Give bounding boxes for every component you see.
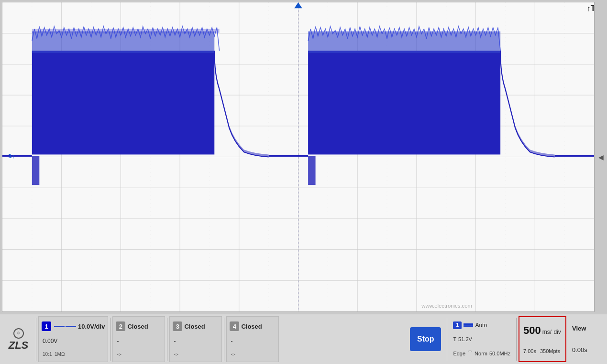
ch4-num: 4: [233, 323, 236, 330]
status-bar: ® ZLS 1 10.0V/div 0.00V 10:1: [0, 314, 607, 364]
time-unit-div: div: [554, 329, 561, 335]
ch2-status-label: Closed: [127, 323, 148, 330]
ch-indicator: 1 Auto: [453, 321, 510, 329]
view-value: 0.00s: [572, 346, 600, 353]
screen-area: ↑T 1↑ www.electronics.com ◀: [0, 0, 607, 314]
svg-rect-41: [32, 156, 39, 185]
time-div-section[interactable]: 500 ms/ div 7.00s 350Mpts: [519, 316, 566, 362]
t-value: 51.2V: [458, 336, 472, 342]
mpts-value: 350Mpts: [540, 348, 560, 354]
time-main-display: 500 ms/ div: [523, 324, 562, 337]
trigger-ch-num: 1: [456, 322, 459, 328]
auto-label: Auto: [475, 322, 487, 329]
waveform-canvas: ↑T 1↑ www.electronics.com: [2, 2, 594, 311]
oscilloscope-screen: ↑T 1↑ www.electronics.com: [2, 2, 594, 311]
svg-text:www.electronics.com: www.electronics.com: [421, 303, 472, 309]
ch4-detail1: -: [230, 338, 276, 344]
channel-4-block[interactable]: 4 Closed - -:-: [226, 316, 279, 362]
logo-section: ® ZLS: [3, 316, 34, 362]
channel-1-block[interactable]: 1 10.0V/div 0.00V 10:1 1MΩ: [38, 316, 108, 362]
time-unit-ms: ms/: [542, 329, 552, 335]
logo-text: ZLS: [9, 340, 29, 351]
ch1-probe-detail: 10:1 1MΩ: [42, 352, 105, 357]
time-value: 500: [523, 324, 541, 337]
ch-line-icons: [464, 323, 473, 327]
oscilloscope-display: ↑T 1↑ www.electronics.com ◀ ® ZLS: [0, 0, 607, 364]
sep3: [167, 318, 167, 361]
ch4-badge: 4: [230, 321, 239, 331]
channel-3-block[interactable]: 3 Closed - -:-: [169, 316, 222, 362]
ch2-num: 2: [119, 323, 122, 330]
ch1-header: 1 10.0V/div: [42, 321, 105, 331]
ch1-num: 1: [44, 323, 48, 330]
channel-2-block[interactable]: 2 Closed - -:-: [112, 316, 165, 362]
logo-badge: ®: [13, 328, 24, 339]
ch3-status-label: Closed: [184, 323, 205, 330]
trigger-t-row: T 51.2V: [453, 336, 510, 342]
ch1-badge: 1: [42, 321, 51, 331]
ch3-badge: 3: [173, 321, 182, 331]
time-unit-group: ms/ div: [542, 327, 561, 336]
screen-wrapper: ↑T 1↑ www.electronics.com: [2, 2, 595, 312]
sep1: [36, 318, 36, 361]
svg-text:1↑: 1↑: [8, 152, 15, 160]
norm-label: Norm: [475, 351, 487, 356]
stop-button[interactable]: Stop: [410, 327, 441, 351]
stop-section: Stop: [406, 316, 445, 362]
svg-rect-35: [32, 51, 214, 154]
ch2-badge: 2: [116, 321, 125, 331]
expand-arrow-icon[interactable]: ◀: [598, 153, 604, 161]
ch3-num: 3: [176, 323, 179, 330]
total-time-value: 7.00s: [523, 348, 536, 354]
t-label: T: [453, 336, 456, 342]
logo-registered: ®: [17, 331, 20, 335]
svg-text:↑T: ↑T: [587, 4, 594, 12]
freq-label: 50.0MHz: [489, 351, 510, 356]
edge-symbol: ⌒: [467, 350, 473, 357]
ch4-status-label: Closed: [241, 323, 262, 330]
trigger-edge-row: Edge ⌒ Norm 50.0MHz: [453, 350, 510, 357]
right-sidebar[interactable]: ◀: [596, 2, 605, 312]
ch3-detail1: -: [173, 338, 219, 344]
sep4: [224, 318, 224, 361]
ch4-header: 4 Closed: [230, 321, 276, 331]
ch3-header: 3 Closed: [173, 321, 219, 331]
sep6: [516, 318, 517, 361]
ch-line-top: [464, 323, 473, 325]
trigger-ch-box: 1: [453, 321, 462, 329]
ch-line-bottom: [464, 325, 473, 327]
trigger-section: 1 Auto T 51.2V Edge ⌒ Norm 50.0MHz: [449, 316, 514, 362]
ch4-detail2: -:-: [230, 352, 276, 357]
svg-rect-42: [308, 156, 315, 185]
ch2-detail2: -:-: [116, 352, 162, 357]
svg-rect-36: [32, 32, 214, 53]
ch3-detail2: -:-: [173, 352, 219, 357]
view-label: View: [572, 325, 600, 332]
ch1-offset-value: 0.00V: [42, 338, 105, 344]
ch2-detail1: -: [116, 338, 162, 344]
view-section: View 0.00s: [568, 316, 604, 362]
edge-label: Edge: [453, 351, 465, 356]
svg-rect-38: [308, 51, 500, 154]
sep5: [447, 318, 447, 361]
sep2: [110, 318, 110, 361]
ch2-header: 2 Closed: [116, 321, 162, 331]
time-secondary-row: 7.00s 350Mpts: [523, 348, 562, 354]
ch1-volts-label: 10.0V/div: [78, 323, 105, 330]
